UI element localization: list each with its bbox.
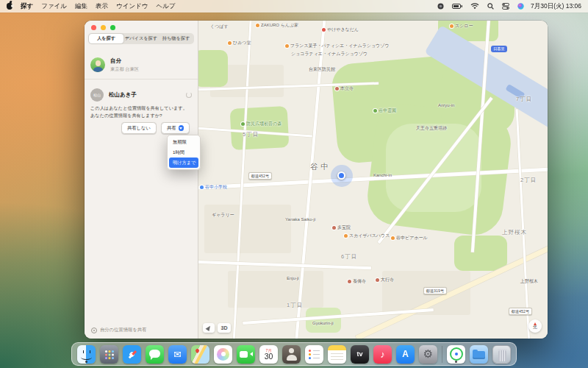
- maps-icon[interactable]: [191, 345, 209, 364]
- tab-2[interactable]: 持ち物を探す: [159, 34, 193, 43]
- current-location-puck: [337, 171, 345, 180]
- battery-icon[interactable]: [452, 3, 462, 10]
- share-duration-option[interactable]: 無期限: [169, 137, 198, 147]
- person-row-akiko[interactable]: 松山 松山あき子 この人はあなたと位置情報を共有しています。あなたの位置情報を共…: [85, 84, 198, 138]
- menubar-app-name[interactable]: 探す: [21, 2, 33, 11]
- running-indicator: [85, 361, 87, 363]
- share-duration-menu: 無期限1時間明け方まで: [167, 135, 201, 170]
- location-arrow-icon: [206, 325, 212, 331]
- akiko-name: 松山あき子: [109, 91, 137, 99]
- close-button[interactable]: [91, 25, 96, 30]
- akiko-avatar: 松山: [90, 88, 104, 102]
- map-label-shield: 都道452号: [248, 172, 272, 180]
- map-label-orange[interactable]: スシロー: [450, 23, 473, 29]
- contacts-icon[interactable]: [282, 345, 301, 364]
- downloads-slot: [470, 345, 488, 364]
- map-label-gray[interactable]: ショコラティエ・イナムラショウゾウ: [291, 51, 368, 57]
- map-label-temple[interactable]: 大行寺: [376, 277, 394, 283]
- share-my-location[interactable]: 自分の位置情報を共有: [91, 327, 146, 333]
- settings-slot: ⚙: [419, 345, 437, 364]
- tv-slot: tv: [351, 345, 369, 364]
- appstore-icon[interactable]: A: [396, 345, 415, 364]
- dock-separator: [442, 346, 442, 363]
- map-label-temple[interactable]: 多宝院: [332, 224, 351, 231]
- map-label-gray[interactable]: 上野桜木: [520, 278, 538, 285]
- map-3d-button[interactable]: 3D: [218, 323, 231, 333]
- reminders-icon[interactable]: [305, 345, 323, 364]
- map[interactable]: 3D 北 くつばすZAKURO らんぷ家やけやきなだんスシローひみつ堂フランス菓…: [198, 21, 548, 339]
- map-label-orange[interactable]: フランス菓子・パティシエ・イナムラショウゾウ: [285, 43, 390, 49]
- finder-slot: [77, 345, 96, 364]
- map-label-blue[interactable]: 谷中小学校: [200, 184, 227, 191]
- calendar-icon[interactable]: 7月30: [259, 345, 278, 364]
- map-label-orange[interactable]: 谷中ビアホール: [391, 235, 428, 241]
- map-label-orange[interactable]: ひみつ堂: [228, 40, 251, 46]
- map-label-temple[interactable]: 養傳寺: [348, 278, 366, 285]
- dont-share-button[interactable]: 共有しない: [121, 122, 157, 134]
- map-label-station[interactable]: 日暮里: [491, 46, 507, 52]
- map-road: [516, 109, 531, 339]
- map-label-gray[interactable]: 台東区防災館: [309, 66, 335, 73]
- minimize-button[interactable]: [101, 25, 106, 30]
- compass-north-label: 北: [533, 325, 537, 330]
- map-label-orange[interactable]: スカイザバスハウス: [344, 233, 390, 239]
- tab-1[interactable]: デバイスを探す: [123, 34, 159, 43]
- tab-0[interactable]: 人を探す: [89, 34, 123, 43]
- map-label-gray[interactable]: Kanchi-in: [373, 173, 392, 177]
- loading-spinner-icon: [186, 92, 192, 98]
- calendar-slot: 7月30: [259, 345, 278, 364]
- control-center-icon[interactable]: [502, 3, 509, 10]
- tv-icon[interactable]: tv: [351, 345, 369, 364]
- map-label-gray[interactable]: Enju-ji: [287, 276, 299, 280]
- search-icon[interactable]: [487, 3, 494, 10]
- music-icon[interactable]: ♪: [373, 345, 392, 364]
- map-label-gray[interactable]: Gyokurin-ji: [312, 321, 334, 325]
- menu-ウインドウ[interactable]: ウインドウ: [116, 2, 148, 11]
- map-label-gray[interactable]: ギャラリー: [212, 212, 234, 219]
- downloads-icon[interactable]: [470, 345, 488, 364]
- menubar-clock[interactable]: 7月30日(火) 13:06: [531, 2, 581, 11]
- photos-icon[interactable]: [214, 345, 232, 364]
- menu-編集[interactable]: 編集: [75, 2, 87, 11]
- menubar-status-icons: [437, 3, 524, 10]
- menu-extra-icon[interactable]: [437, 3, 444, 10]
- share-button[interactable]: 共有: [161, 122, 190, 134]
- apple-menu-icon[interactable]: [7, 3, 12, 10]
- zoom-button[interactable]: [110, 25, 115, 30]
- menu-ファイル[interactable]: ファイル: [41, 2, 67, 11]
- map-label-green[interactable]: 谷中霊園: [373, 107, 396, 114]
- map-block: [228, 271, 323, 308]
- settings-icon[interactable]: ⚙: [419, 345, 437, 364]
- siri-icon[interactable]: [517, 3, 524, 10]
- map-label-temple[interactable]: 本立寺: [335, 85, 354, 92]
- messages-icon[interactable]: [146, 345, 164, 364]
- launchpad-icon[interactable]: [100, 345, 118, 364]
- map-label-gray[interactable]: くつばす: [210, 24, 229, 30]
- menu-ヘルプ[interactable]: ヘルプ: [157, 2, 176, 11]
- person-row-me[interactable]: 自分 東京都 台東区: [85, 50, 198, 79]
- map-label-red[interactable]: やけやきなだん: [322, 26, 359, 33]
- trash-slot: [492, 345, 511, 364]
- running-indicator: [455, 361, 457, 363]
- compass[interactable]: 北: [528, 319, 542, 333]
- share-duration-option[interactable]: 明け方まで: [169, 158, 198, 168]
- wifi-icon[interactable]: [470, 3, 479, 10]
- mail-icon[interactable]: ✉: [168, 345, 187, 364]
- facetime-icon[interactable]: [237, 345, 255, 364]
- photos-slot: [214, 345, 232, 364]
- share-duration-option[interactable]: 1時間: [169, 147, 198, 158]
- me-location: 東京都 台東区: [110, 66, 139, 73]
- map-label-green[interactable]: 防災広場初音の森: [241, 121, 282, 127]
- map-label-gray[interactable]: Yanaka Saiko-ji: [285, 217, 315, 222]
- notes-icon[interactable]: [328, 345, 346, 364]
- find-tabs: 人を探すデバイスを探す持ち物を探す: [88, 33, 194, 44]
- current-location-button[interactable]: [203, 323, 215, 333]
- map-label-gray[interactable]: 天王寺五重塔跡: [416, 125, 447, 132]
- map-label-shield: 都道452号: [509, 308, 532, 315]
- map-label-gray[interactable]: Anryu-in: [438, 103, 454, 107]
- menu-表示[interactable]: 表示: [96, 2, 108, 11]
- map-label-orange[interactable]: ZAKURO らんぷ家: [256, 22, 298, 29]
- trash-icon[interactable]: [492, 345, 511, 364]
- safari-icon[interactable]: [123, 345, 141, 364]
- map-label-area: 6丁目: [341, 253, 357, 261]
